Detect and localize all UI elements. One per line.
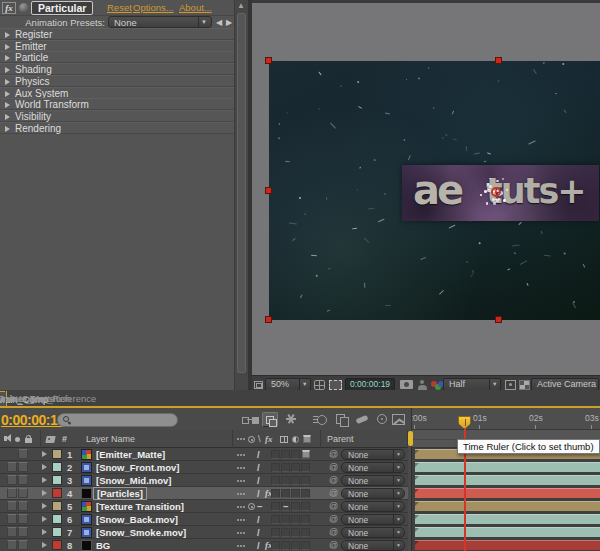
timeline-track-area[interactable] <box>411 448 600 551</box>
switch-cell[interactable] <box>291 502 300 511</box>
frame-blend-switch[interactable]: − <box>283 501 289 512</box>
layer-name-column-header[interactable]: Layer Name <box>86 434 135 444</box>
lock-column-icon[interactable] <box>25 438 32 443</box>
dropdown-arrow-icon[interactable] <box>489 379 500 390</box>
label-color-chip[interactable] <box>52 488 62 498</box>
search-input[interactable] <box>73 414 173 425</box>
pickwhip-icon[interactable] <box>329 462 338 472</box>
audio-switch-cell[interactable] <box>7 501 17 511</box>
switch-cell[interactable] <box>271 463 280 472</box>
dropdown-arrow-icon[interactable] <box>393 502 404 511</box>
video-column-icon[interactable] <box>15 437 20 442</box>
layer-duration-bar[interactable] <box>415 462 600 472</box>
switch-cell[interactable] <box>301 489 310 498</box>
emitter-point-icon[interactable] <box>491 187 501 197</box>
pickwhip-icon[interactable] <box>329 527 338 537</box>
expand-arrow-icon[interactable] <box>42 503 47 509</box>
effect-section-row[interactable]: World Transform <box>0 98 234 110</box>
video-switch-cell[interactable] <box>18 527 28 537</box>
video-switch-cell[interactable] <box>18 540 28 550</box>
switch-cell[interactable] <box>281 476 290 485</box>
audio-switch-cell[interactable] <box>7 527 17 537</box>
region-of-interest-icon[interactable] <box>329 380 342 390</box>
switch-cell[interactable] <box>301 541 310 550</box>
audio-switch-cell[interactable] <box>7 540 17 550</box>
layer-name[interactable]: [Snow_Front.mov] <box>96 462 179 473</box>
shy-switch-icon[interactable] <box>237 478 245 484</box>
video-switch-cell[interactable] <box>18 449 28 459</box>
dropdown-arrow-icon[interactable] <box>393 515 404 524</box>
switch-cell[interactable] <box>281 515 290 524</box>
expand-arrow-icon[interactable] <box>5 32 10 38</box>
scrollbar-thumb[interactable] <box>237 13 246 373</box>
expand-arrow-icon[interactable] <box>5 55 10 61</box>
video-switch-cell[interactable] <box>18 501 28 511</box>
collapse-column-icon[interactable] <box>248 436 255 443</box>
layer-row[interactable]: 7 [Snow_Smoke.mov] / fx None <box>0 526 408 539</box>
switch-cell[interactable] <box>301 515 310 524</box>
grid-guides-icon[interactable] <box>314 380 325 390</box>
layer-duration-bar[interactable] <box>415 540 600 550</box>
expand-arrow-icon[interactable] <box>42 542 47 548</box>
audio-switch-cell[interactable] <box>7 488 17 498</box>
frame-blend-button[interactable] <box>336 414 349 425</box>
search-field[interactable] <box>57 413 178 427</box>
layer-name[interactable]: [Particles] <box>93 487 147 500</box>
effect-section-row[interactable]: Particle <box>0 51 234 63</box>
switch-cell[interactable] <box>281 541 290 550</box>
parent-dropdown[interactable]: None <box>341 449 405 460</box>
shy-switch-icon[interactable] <box>237 517 245 523</box>
audio-switch-cell[interactable] <box>7 475 17 485</box>
frame-blend-column-icon[interactable] <box>280 436 288 443</box>
switch-cell[interactable] <box>291 489 300 498</box>
selection-handle[interactable] <box>265 57 272 64</box>
auto-keyframe-icon[interactable] <box>356 415 369 424</box>
layer-duration-bar[interactable] <box>415 488 600 498</box>
quality-switch[interactable]: / <box>257 462 260 473</box>
selection-handle[interactable] <box>265 316 272 323</box>
dropdown-arrow-icon[interactable] <box>299 379 310 390</box>
layer-row[interactable]: 6 [Snow_Back.mov] / fx None <box>0 513 408 526</box>
label-color-chip[interactable] <box>52 475 62 485</box>
expand-arrow-icon[interactable] <box>5 44 10 50</box>
show-channel-icon[interactable] <box>431 381 443 390</box>
current-time-display[interactable]: 0:00:00:19 <box>1 412 65 428</box>
shy-switch-icon[interactable] <box>237 543 245 549</box>
navigator-start-handle[interactable] <box>408 431 413 446</box>
always-preview-icon[interactable] <box>254 381 263 389</box>
switch-cell[interactable] <box>271 476 280 485</box>
expand-arrow-icon[interactable] <box>42 451 47 457</box>
layer-duration-bar[interactable] <box>415 527 600 537</box>
switch-cell[interactable] <box>291 476 300 485</box>
graph-editor-button[interactable] <box>392 414 405 425</box>
label-color-chip[interactable] <box>52 527 62 537</box>
switch-cell[interactable] <box>271 502 280 511</box>
label-color-chip[interactable] <box>52 540 62 550</box>
quality-switch[interactable]: / <box>257 449 260 460</box>
dropdown-arrow-icon[interactable] <box>393 528 404 537</box>
quality-switch[interactable]: / <box>257 488 260 499</box>
layer-row[interactable]: 5 [Texture Transition] − fx − None <box>0 500 408 513</box>
layer-duration-bar[interactable] <box>415 475 600 485</box>
shy-column-icon[interactable] <box>237 436 245 442</box>
switch-cell[interactable] <box>281 489 290 498</box>
switch-cell[interactable] <box>301 528 310 537</box>
layer-name[interactable]: [Emitter_Matte] <box>96 449 165 460</box>
dropdown-arrow-icon[interactable] <box>393 450 404 459</box>
dropdown-arrow-icon[interactable] <box>393 476 404 485</box>
draft-3d-button[interactable] <box>286 414 296 424</box>
quality-switch[interactable]: − <box>257 501 263 512</box>
snapshot-camera-icon[interactable] <box>400 380 413 389</box>
layer-row[interactable]: 8 BG / fx None <box>0 539 408 551</box>
audio-switch-cell[interactable] <box>7 514 17 524</box>
layer-row[interactable]: 2 [Snow_Front.mov] / fx None <box>0 461 408 474</box>
transparency-grid-icon[interactable] <box>519 380 530 390</box>
layer-duration-bar[interactable] <box>415 514 600 524</box>
keyframe-eye-icon[interactable] <box>377 414 387 424</box>
parent-dropdown[interactable]: None <box>341 501 405 512</box>
video-switch-cell[interactable] <box>18 488 28 498</box>
video-switch-cell[interactable] <box>18 462 28 472</box>
time-ruler[interactable]: 0:00s01s02s03s <box>411 408 600 430</box>
motion-blur-button[interactable] <box>313 414 327 425</box>
expand-arrow-icon[interactable] <box>42 477 47 483</box>
